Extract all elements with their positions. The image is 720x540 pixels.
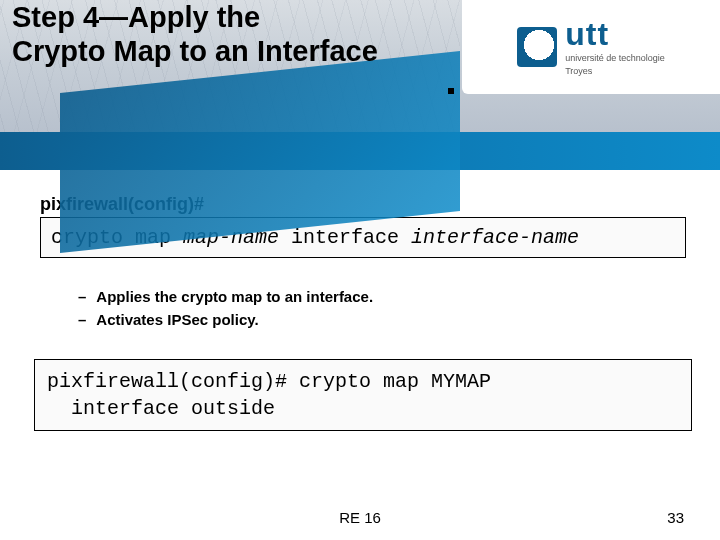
page-number: 33	[667, 509, 684, 526]
list-item: – Applies the crypto map to an interface…	[78, 286, 686, 309]
logo-city: Troyes	[565, 67, 665, 76]
header-band	[0, 132, 720, 170]
syntax-param-ifname: interface-name	[411, 226, 579, 249]
utt-logo-icon	[517, 27, 557, 67]
title-line-2: Crypto Map to an Interface	[12, 34, 378, 68]
example-line-1: pixfirewall(config)# crypto map MYMAP	[47, 370, 491, 393]
slide-header: utt université de technologie Troyes Ste…	[0, 0, 720, 170]
command-example-box: pixfirewall(config)# crypto map MYMAP in…	[34, 359, 692, 431]
bullet-text: Applies the crypto map to an interface.	[96, 286, 373, 309]
slide-title: Step 4—Apply the Crypto Map to an Interf…	[12, 0, 378, 68]
syntax-mid: interface	[279, 226, 411, 249]
logo-name: utt	[565, 18, 665, 50]
bullet-dash-icon: –	[78, 309, 86, 332]
utt-logo: utt université de technologie Troyes	[517, 18, 665, 76]
bullet-list: – Applies the crypto map to an interface…	[78, 286, 686, 331]
footer-code: RE 16	[0, 509, 720, 526]
bullet-text: Activates IPSec policy.	[96, 309, 258, 332]
list-item: – Activates IPSec policy.	[78, 309, 686, 332]
utt-logo-text: utt université de technologie Troyes	[565, 18, 665, 76]
bullet-dash-icon: –	[78, 286, 86, 309]
logo-panel: utt université de technologie Troyes	[462, 0, 720, 94]
logo-subtitle: université de technologie	[565, 54, 665, 63]
example-line-2: interface outside	[47, 397, 275, 420]
title-line-1: Step 4—Apply the	[12, 0, 378, 34]
